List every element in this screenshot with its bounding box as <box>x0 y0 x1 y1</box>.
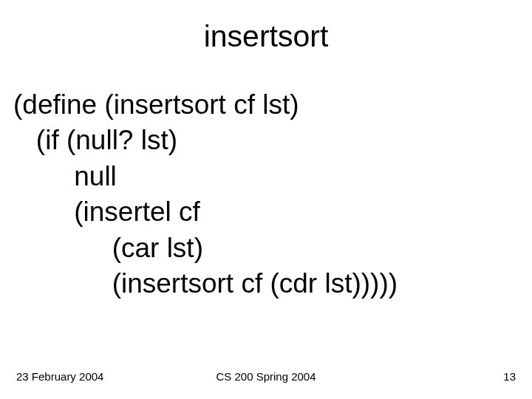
slide-title: insertsort <box>0 19 532 54</box>
footer-course: CS 200 Spring 2004 <box>0 370 532 383</box>
code-block: (define (insertsort cf lst) (if (null? l… <box>13 87 398 302</box>
page-number: 13 <box>503 370 516 383</box>
